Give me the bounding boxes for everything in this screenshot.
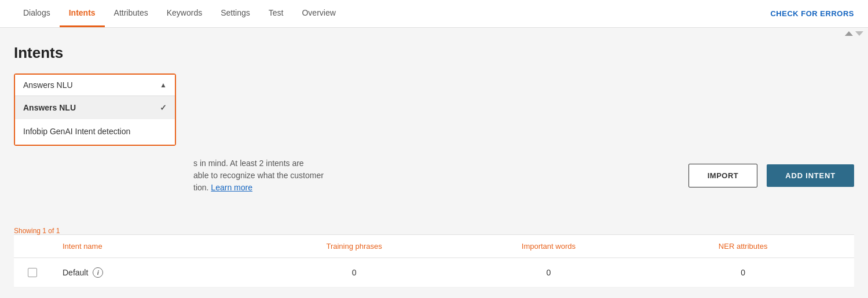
info-text-part3: tion. [193, 183, 208, 192]
col-header-intent-name: Intent name [63, 242, 257, 251]
content-row: s in mind. At least 2 intents are able t… [14, 146, 854, 200]
dropdown-selected-label: Answers NLU [23, 80, 73, 90]
info-text-part1: s in mind. At least 2 intents are [193, 159, 304, 168]
intent-info-icon[interactable]: i [93, 267, 103, 278]
tab-overview[interactable]: Overview [292, 0, 345, 27]
nlu-engine-dropdown[interactable]: Answers NLU ▲ Answers NLU ✓ Infobip GenA… [14, 73, 176, 146]
col-header-training-phrases: Training phrases [257, 242, 452, 251]
info-text-part2: able to recognize what the customer [193, 171, 324, 180]
learn-more-link[interactable]: Learn more [211, 183, 252, 192]
col-header-important-words: Important words [452, 242, 646, 251]
training-phrases-value: 0 [257, 268, 452, 277]
dropdown-item-label: Answers NLU [23, 103, 76, 112]
dropdown-menu: Answers NLU ✓ Infobip GenAI Intent detec… [15, 96, 175, 145]
intents-table: Intent name Training phrases Important w… [14, 234, 854, 288]
important-words-value: 0 [452, 268, 646, 277]
table-row: Default i 0 0 0 [14, 258, 854, 288]
dropdown-item-answers-nlu[interactable]: Answers NLU ✓ [15, 96, 175, 119]
tab-intents[interactable]: Intents [60, 0, 105, 27]
showing-count: Showing 1 of 1 [14, 227, 60, 235]
row-checkbox-cell [28, 268, 63, 277]
main-content: Intents Answers NLU ▲ Answers NLU ✓ Info… [0, 28, 868, 288]
col-header-ner-attributes: NER attributes [646, 242, 840, 251]
info-text: s in mind. At least 2 intents are able t… [193, 157, 324, 194]
col-header-checkbox [28, 242, 63, 251]
tab-settings[interactable]: Settings [211, 0, 259, 27]
dropdown-item-infobip-genai[interactable]: Infobip GenAI Intent detection [15, 119, 175, 145]
top-navigation: Dialogs Intents Attributes Keywords Sett… [0, 0, 868, 28]
dropdown-item-label: Infobip GenAI Intent detection [23, 126, 130, 138]
import-button[interactable]: IMPORT [688, 164, 758, 187]
tab-test[interactable]: Test [259, 0, 293, 27]
intent-name-label: Default [63, 268, 88, 277]
tab-attributes[interactable]: Attributes [105, 0, 158, 27]
action-buttons: IMPORT ADD INTENT [688, 164, 854, 187]
tab-keywords[interactable]: Keywords [158, 0, 211, 27]
add-intent-button[interactable]: ADD INTENT [767, 164, 854, 187]
dropdown-selected-option[interactable]: Answers NLU ▲ [15, 75, 175, 96]
check-mark-icon: ✓ [160, 103, 167, 112]
chevron-up-icon: ▲ [160, 81, 167, 89]
check-errors-button[interactable]: CHECK FOR ERRORS [770, 9, 854, 18]
ner-attributes-value: 0 [646, 268, 840, 277]
intent-name-cell: Default i [63, 267, 257, 278]
nav-tabs: Dialogs Intents Attributes Keywords Sett… [14, 0, 345, 27]
table-header: Intent name Training phrases Important w… [14, 235, 854, 258]
page-title: Intents [14, 44, 854, 62]
row-checkbox[interactable] [28, 268, 37, 277]
tab-dialogs[interactable]: Dialogs [14, 0, 60, 27]
